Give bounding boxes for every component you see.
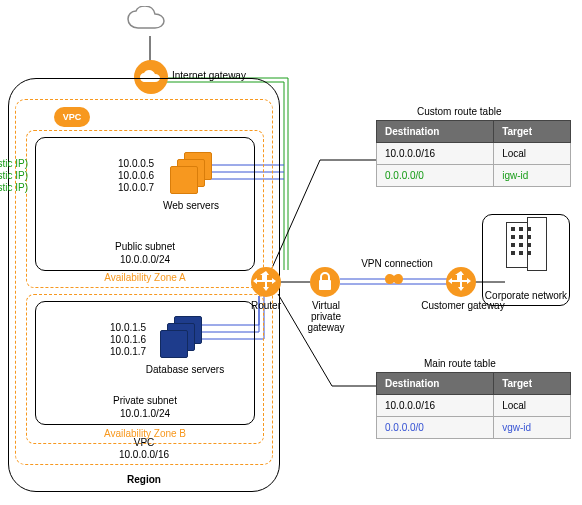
main-route-table-title: Main route table <box>424 358 496 369</box>
router-icon <box>251 267 281 297</box>
th-target: Target <box>494 373 571 395</box>
vpc-badge: VPC <box>54 107 90 127</box>
table-row: 0.0.0.0/0 igw-id <box>377 165 571 187</box>
table-row: 10.0.0.0/16 Local <box>377 395 571 417</box>
az-a-label: Availability Zone A <box>27 272 263 283</box>
main-route-table: Destination Target 10.0.0.0/16 Local 0.0… <box>376 372 571 439</box>
public-subnet-box: 198.51.100.1 (Elastic IP) 198.51.100.2 (… <box>35 137 255 271</box>
availability-zone-b: 10.0.1.5 10.0.1.6 10.0.1.7 Database serv… <box>26 294 264 444</box>
building-icon <box>506 222 536 268</box>
svg-rect-14 <box>319 280 331 290</box>
table-row: 0.0.0.0/0 vgw-id <box>377 417 571 439</box>
customer-gateway-icon <box>446 267 476 297</box>
custom-route-table-title: Custom route table <box>417 106 502 117</box>
router-label: Router <box>246 300 286 311</box>
private-subnet-cidr: 10.0.1.0/24 <box>36 408 254 419</box>
web-elastic-ips: 198.51.100.1 (Elastic IP) 198.51.100.2 (… <box>0 158 28 194</box>
private-subnet-box: 10.0.1.5 10.0.1.6 10.0.1.7 Database serv… <box>35 301 255 425</box>
private-subnet-label: Private subnet <box>36 395 254 406</box>
db-servers-icon <box>160 316 204 360</box>
vpc-box: VPC 198.51.100.1 (Elastic IP) 198.51.100… <box>15 99 273 465</box>
virtual-private-gateway-icon <box>310 267 340 297</box>
th-target: Target <box>494 121 571 143</box>
vpn-label: VPN connection <box>360 258 434 269</box>
region-label: Region <box>9 474 279 485</box>
vpc-cidr: 10.0.0.0/16 <box>16 449 272 460</box>
vgw-label: Virtual private gateway <box>296 300 356 333</box>
corporate-network-label: Corporate network <box>483 290 569 301</box>
availability-zone-a: 198.51.100.1 (Elastic IP) 198.51.100.2 (… <box>26 130 264 288</box>
web-private-ips: 10.0.0.5 10.0.0.6 10.0.0.7 <box>118 158 154 194</box>
table-row: 10.0.0.0/16 Local <box>377 143 571 165</box>
region-box: Region VPC 198.51.100.1 (Elastic IP) 198… <box>8 78 280 492</box>
vpc-label: VPC <box>16 437 272 448</box>
web-servers-label: Web servers <box>146 200 236 211</box>
db-servers-label: Database servers <box>140 364 230 375</box>
th-destination: Destination <box>377 121 494 143</box>
public-subnet-label: Public subnet <box>36 241 254 252</box>
public-subnet-cidr: 10.0.0.0/24 <box>36 254 254 265</box>
cloud-icon <box>120 6 180 34</box>
custom-route-table: Destination Target 10.0.0.0/16 Local 0.0… <box>376 120 571 187</box>
db-private-ips: 10.0.1.5 10.0.1.6 10.0.1.7 <box>110 322 146 358</box>
vpn-connection-icon <box>384 270 408 288</box>
web-servers-icon <box>170 152 214 196</box>
th-destination: Destination <box>377 373 494 395</box>
